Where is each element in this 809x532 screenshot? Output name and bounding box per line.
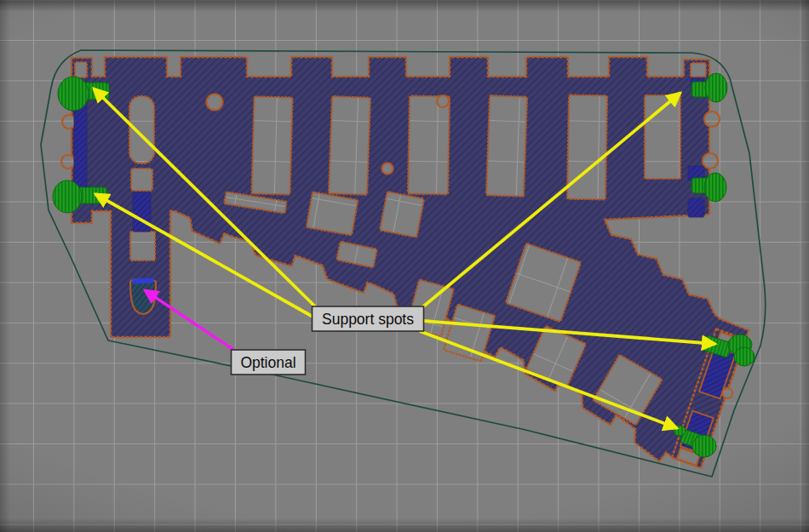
- cutout-hole: [307, 192, 358, 236]
- cutout-hole: [380, 192, 424, 237]
- cutout-hole: [691, 63, 706, 77]
- support-spots-label-text: Support spots: [322, 311, 414, 328]
- support-pad-head: [58, 77, 89, 111]
- cutout-hole-round: [703, 153, 718, 169]
- cutout-hole: [329, 96, 370, 195]
- optional-label: Optional: [232, 350, 306, 375]
- cutout-hole-round: [61, 155, 75, 169]
- support-pad-head: [734, 347, 754, 366]
- cutout-hole: [129, 96, 154, 163]
- cutout-hole-round: [437, 95, 449, 107]
- cutout-hole: [408, 96, 450, 195]
- cutout-hole-round: [382, 163, 393, 174]
- cutout-hole: [131, 169, 152, 191]
- support-spots-label: Support spots: [313, 306, 424, 331]
- cutout-hole: [486, 95, 527, 196]
- support-pad-head: [53, 180, 82, 213]
- cutout-hole: [252, 96, 293, 194]
- cutout-hole: [130, 232, 155, 260]
- support-pad-head: [704, 173, 726, 202]
- slicer-viewport[interactable]: Support spots Optional: [0, 0, 809, 532]
- cutout-hole-round: [207, 94, 223, 111]
- bridge-infill-slot: [688, 198, 704, 217]
- cutout-hole-round: [704, 112, 720, 127]
- support-pad-head: [692, 435, 716, 457]
- cutout-hole: [75, 62, 87, 77]
- support-pad-head: [705, 73, 727, 102]
- bridge-infill-slot: [133, 192, 151, 232]
- optional-label-text: Optional: [240, 354, 295, 371]
